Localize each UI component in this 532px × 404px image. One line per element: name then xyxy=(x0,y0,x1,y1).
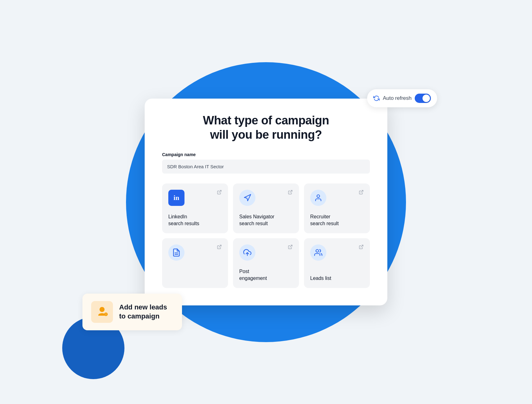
recruiter-icon xyxy=(310,190,326,206)
sales-navigator-icon xyxy=(239,190,255,206)
option-linkedin[interactable]: in LinkedInsearch results xyxy=(162,183,228,233)
campaign-name-label: Campaign name xyxy=(162,152,370,157)
page-container: Auto refresh What type of campaign will … xyxy=(145,99,387,305)
svg-marker-1 xyxy=(244,194,251,201)
add-leads-icon-wrap xyxy=(91,301,113,323)
svg-line-7 xyxy=(219,245,221,247)
auto-refresh-widget: Auto refresh xyxy=(367,89,437,107)
page-title: What type of campaign will you be runnin… xyxy=(162,114,370,142)
svg-point-3 xyxy=(317,195,320,197)
svg-line-9 xyxy=(290,245,292,247)
auto-refresh-icon xyxy=(373,95,380,101)
option-label-leads-list: Leads list xyxy=(310,275,364,282)
option-label-post-engagement: Postengagement xyxy=(239,268,293,281)
external-link-icon-5 xyxy=(288,244,293,249)
option-sales-navigator[interactable]: Sales Navigatorsearch result xyxy=(233,183,299,233)
post-engagement-icon xyxy=(239,244,255,261)
option-post-engagement[interactable]: Postengagement xyxy=(233,238,299,288)
external-link-icon-4 xyxy=(217,244,222,249)
leads-list-icon xyxy=(310,244,326,261)
option-recruiter[interactable]: Recruitersearch result xyxy=(304,183,370,233)
option-leads-list[interactable]: Leads list xyxy=(304,238,370,288)
external-link-icon-1 xyxy=(217,190,222,195)
option-csv[interactable] xyxy=(162,238,228,288)
add-leads-text: Add new leads to campaign xyxy=(119,303,167,321)
csv-icon xyxy=(168,244,184,261)
add-leads-card[interactable]: Add new leads to campaign xyxy=(82,294,182,330)
option-label-linkedin: LinkedInsearch results xyxy=(168,213,222,227)
auto-refresh-label: Auto refresh xyxy=(383,95,412,101)
auto-refresh-toggle[interactable] xyxy=(415,94,431,103)
option-label-sales-navigator: Sales Navigatorsearch result xyxy=(239,213,293,227)
main-card: Auto refresh What type of campaign will … xyxy=(145,99,387,305)
external-link-icon-2 xyxy=(288,190,293,195)
svg-line-11 xyxy=(361,245,363,247)
external-link-icon-6 xyxy=(359,244,364,249)
campaign-name-input[interactable] xyxy=(162,160,370,174)
options-grid: in LinkedInsearch results xyxy=(162,183,370,288)
add-leads-icon xyxy=(96,306,108,318)
svg-line-4 xyxy=(361,190,363,193)
toggle-knob xyxy=(422,95,430,102)
external-link-icon-3 xyxy=(359,190,364,195)
svg-line-2 xyxy=(290,190,292,193)
option-label-recruiter: Recruitersearch result xyxy=(310,213,364,227)
svg-point-10 xyxy=(316,249,319,252)
svg-line-0 xyxy=(219,190,221,193)
linkedin-icon: in xyxy=(168,190,184,206)
